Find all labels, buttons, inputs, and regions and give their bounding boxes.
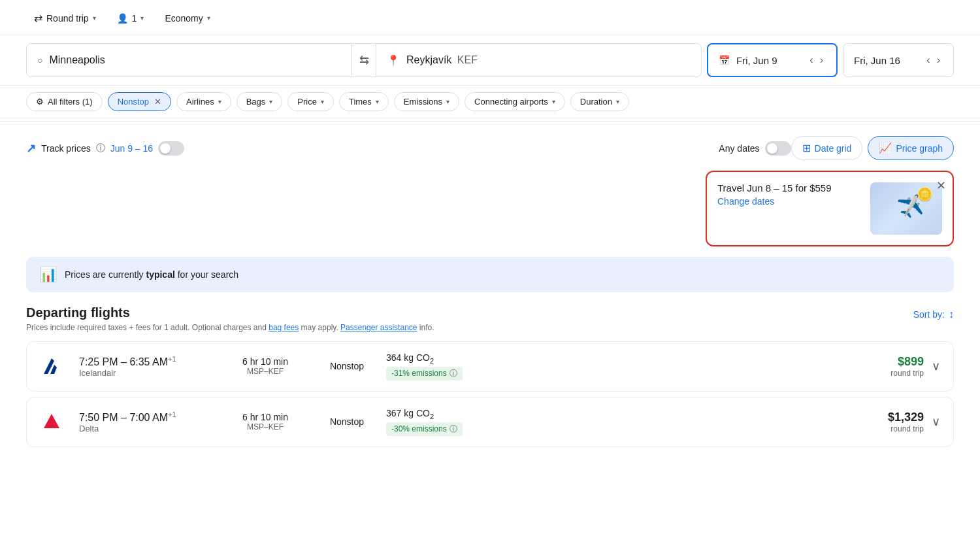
- passenger-assistance-link[interactable]: Passenger assistance: [340, 323, 417, 332]
- delta-logo: [40, 410, 63, 433]
- chart-icon: 📈: [879, 142, 892, 154]
- date-grid-button[interactable]: ⊞ Date grid: [791, 136, 863, 160]
- return-prev-button[interactable]: ‹: [924, 52, 932, 69]
- flight-1-airline: Icelandair: [79, 368, 223, 378]
- swap-button[interactable]: ⇆: [352, 43, 376, 77]
- depart-date-value: Fri, Jun 9: [736, 55, 777, 66]
- flight-2-stops: Nonstop: [308, 416, 386, 427]
- change-dates-link[interactable]: Change dates: [717, 196, 774, 207]
- pin-icon: 📍: [387, 54, 400, 67]
- flight-1-duration: 6 hr 10 min MSP–KEF: [223, 356, 308, 376]
- return-next-button[interactable]: ›: [934, 52, 943, 69]
- bag-fees-link[interactable]: bag fees: [269, 323, 299, 332]
- bags-label: Bags: [246, 97, 266, 107]
- popup-title: Travel Jun 8 – 15 for $559: [717, 182, 862, 194]
- depart-prev-button[interactable]: ‹: [807, 52, 815, 69]
- nonstop-label: Nonstop: [118, 97, 149, 107]
- info-icon[interactable]: ⓘ: [96, 143, 105, 154]
- flight-1-expand-button[interactable]: ∨: [932, 359, 940, 373]
- passengers-button[interactable]: 👤 1 ▾: [109, 9, 152, 27]
- any-dates-toggle[interactable]: [765, 141, 791, 156]
- flights-header: Departing flights Sort by: ↕: [26, 305, 954, 320]
- roundtrip-label: Round trip: [46, 13, 89, 24]
- flight-2-times: 7:50 PM – 7:00 AM+1 Delta: [79, 411, 223, 433]
- destination-value: Reykjavík KEF: [406, 54, 478, 66]
- flight-1-emissions: 364 kg CO2 -31% emissions ⓘ: [386, 352, 517, 380]
- price-label: Price: [297, 97, 317, 107]
- flight-1-times: 7:25 PM – 6:35 AM+1 Icelandair: [79, 355, 223, 378]
- flight-card-2[interactable]: 7:50 PM – 7:00 AM+1 Delta 6 hr 10 min MS…: [26, 397, 954, 447]
- return-nav: ‹ ›: [924, 52, 943, 69]
- bags-filter-button[interactable]: Bags ▾: [237, 92, 283, 111]
- roundtrip-icon: ⇄: [34, 12, 42, 24]
- icelandair-logo: [40, 354, 63, 378]
- flights-subtitle: Prices include required taxes + fees for…: [26, 323, 954, 332]
- roundtrip-button[interactable]: ⇄ Round trip ▾: [26, 8, 104, 28]
- airlines-chevron: ▾: [218, 98, 221, 105]
- cabin-label: Economy: [165, 13, 203, 24]
- filter-row: ⚙ All filters (1) Nonstop ✕ Airlines ▾ B…: [0, 86, 980, 118]
- search-row: ○ Minneapolis ⇆ 📍 Reykjavík KEF 📅 Fri, J…: [0, 35, 980, 86]
- grid-icon: ⊞: [802, 142, 811, 154]
- track-dates: Jun 9 – 16: [110, 143, 153, 154]
- price-filter-button[interactable]: Price ▾: [287, 92, 334, 111]
- top-bar: ⇄ Round trip ▾ 👤 1 ▾ Economy ▾: [0, 0, 980, 35]
- price-chevron: ▾: [321, 98, 324, 105]
- origin-field[interactable]: ○ Minneapolis: [26, 43, 352, 77]
- flight-2-expand-button[interactable]: ∨: [932, 414, 940, 429]
- flight-2-time: 7:50 PM – 7:00 AM+1: [79, 411, 223, 424]
- connecting-airports-label: Connecting airports: [474, 97, 548, 107]
- flight-2-airline: Delta: [79, 424, 223, 433]
- flight-2-emissions: 367 kg CO2 -30% emissions ⓘ: [386, 408, 517, 436]
- return-date-field[interactable]: Fri, Jun 16 ‹ ›: [843, 43, 954, 77]
- person-icon: 👤: [117, 13, 128, 24]
- times-label: Times: [349, 97, 372, 107]
- price-graph-button[interactable]: 📈 Price graph: [868, 136, 954, 160]
- flight-1-time: 7:25 PM – 6:35 AM+1: [79, 355, 223, 368]
- popup-illustration: 🪙 ✈️: [870, 182, 942, 235]
- emissions-chevron: ▾: [446, 98, 449, 105]
- trending-icon: ↗: [26, 141, 36, 156]
- prices-icon: 📊: [39, 266, 57, 283]
- origin-icon: ○: [37, 55, 42, 65]
- price-graph-label: Price graph: [896, 143, 943, 154]
- nonstop-close-icon[interactable]: ✕: [154, 97, 161, 107]
- times-chevron: ▾: [376, 98, 379, 105]
- flight-1-stops: Nonstop: [308, 361, 386, 371]
- flight-1-price: $899 round trip: [517, 355, 924, 378]
- emissions-label: Emissions: [404, 97, 442, 107]
- destination-field[interactable]: 📍 Reykjavík KEF: [376, 43, 702, 77]
- swap-icon: ⇆: [359, 53, 369, 67]
- right-tools: ⊞ Date grid 📈 Price graph: [791, 136, 954, 160]
- sort-button[interactable]: Sort by: ↕: [913, 309, 954, 320]
- prices-banner: 📊 Prices are currently typical for your …: [26, 257, 954, 292]
- depart-date-field[interactable]: 📅 Fri, Jun 9 ‹ ›: [707, 43, 838, 77]
- connecting-airports-chevron: ▾: [552, 98, 555, 105]
- airlines-label: Airlines: [186, 97, 214, 107]
- airlines-filter-button[interactable]: Airlines ▾: [176, 92, 231, 111]
- duration-filter-button[interactable]: Duration ▾: [570, 92, 629, 111]
- passengers-label: 1: [132, 13, 137, 24]
- times-filter-button[interactable]: Times ▾: [339, 92, 389, 111]
- connecting-airports-filter-button[interactable]: Connecting airports ▾: [465, 92, 565, 111]
- depart-next-button[interactable]: ›: [817, 52, 826, 69]
- flight-2-price: $1,329 round trip: [517, 411, 924, 433]
- price-popup: Travel Jun 8 – 15 for $559 Change dates …: [706, 171, 954, 246]
- all-filters-label: All filters (1): [48, 97, 93, 107]
- flight-2-duration: 6 hr 10 min MSP–KEF: [223, 412, 308, 431]
- date-grid-label: Date grid: [815, 143, 852, 154]
- cabin-chevron: ▾: [207, 14, 210, 22]
- duration-label: Duration: [580, 97, 612, 107]
- prices-text: Prices are currently typical for your se…: [65, 269, 238, 280]
- track-dates-toggle[interactable]: [158, 141, 184, 156]
- cabin-button[interactable]: Economy ▾: [157, 9, 218, 27]
- nonstop-filter-button[interactable]: Nonstop ✕: [108, 92, 171, 111]
- track-section: ↗ Track prices ⓘ Jun 9 – 16: [26, 141, 719, 156]
- flight-card-1[interactable]: 7:25 PM – 6:35 AM+1 Icelandair 6 hr 10 m…: [26, 341, 954, 392]
- emissions-filter-button[interactable]: Emissions ▾: [394, 92, 459, 111]
- all-filters-button[interactable]: ⚙ All filters (1): [26, 92, 103, 111]
- origin-value: Minneapolis: [49, 54, 105, 66]
- svg-marker-2: [44, 414, 59, 428]
- popup-content: Travel Jun 8 – 15 for $559 Change dates: [717, 182, 862, 207]
- popup-close-button[interactable]: ✕: [936, 178, 946, 193]
